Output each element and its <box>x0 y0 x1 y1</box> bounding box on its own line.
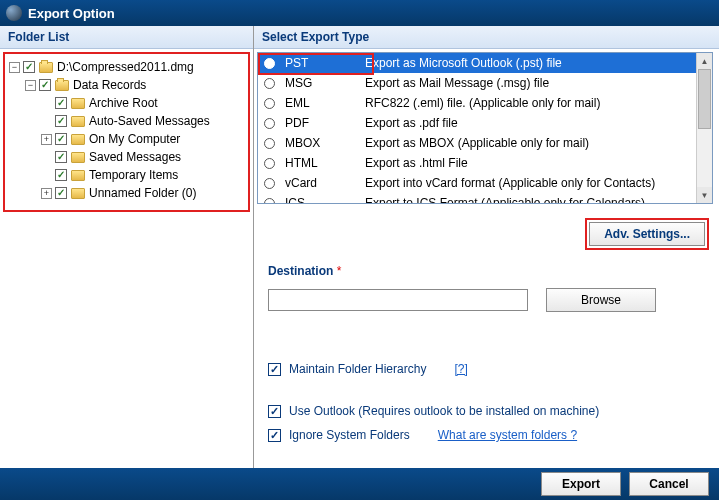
folder-icon <box>71 134 85 145</box>
format-name: ICS <box>285 196 365 203</box>
folder-icon <box>71 170 85 181</box>
checkbox[interactable] <box>23 61 35 73</box>
format-name: PDF <box>285 116 365 130</box>
format-row-ics[interactable]: ICSExport to ICS Format (Applicable only… <box>258 193 696 203</box>
system-folders-help-link[interactable]: What are system folders ? <box>438 428 577 442</box>
tree-node-data-records[interactable]: Data Records <box>73 76 146 94</box>
format-desc: Export as MBOX (Applicable only for mail… <box>365 136 690 150</box>
tree-item[interactable]: Temporary Items <box>89 166 178 184</box>
format-row-mbox[interactable]: MBOXExport as MBOX (Applicable only for … <box>258 133 696 153</box>
checkbox[interactable] <box>55 169 67 181</box>
expand-icon[interactable]: − <box>25 80 36 91</box>
expand-icon <box>41 152 52 163</box>
expand-icon <box>41 116 52 127</box>
tree-item[interactable]: Unnamed Folder (0) <box>89 184 196 202</box>
folder-icon <box>71 188 85 199</box>
checkbox[interactable] <box>55 133 67 145</box>
format-desc: Export as Mail Message (.msg) file <box>365 76 690 90</box>
folder-list-header: Folder List <box>0 26 253 49</box>
export-type-pane: Select Export Type PSTExport as Microsof… <box>254 26 719 468</box>
destination-label: Destination <box>268 264 333 278</box>
tree-item[interactable]: On My Computer <box>89 130 180 148</box>
folder-open-icon <box>55 80 69 91</box>
format-row-html[interactable]: HTMLExport as .html File <box>258 153 696 173</box>
radio-icon[interactable] <box>264 158 275 169</box>
scrollbar[interactable]: ▲ ▼ <box>696 53 712 203</box>
app-icon <box>6 5 22 21</box>
ignore-system-folders-label: Ignore System Folders <box>289 428 410 442</box>
checkbox[interactable] <box>55 151 67 163</box>
tree-item[interactable]: Saved Messages <box>89 148 181 166</box>
cancel-button[interactable]: Cancel <box>629 472 709 496</box>
folder-list-pane: Folder List − D:\Compressed2011.dmg − <box>0 26 254 468</box>
checkbox[interactable] <box>55 97 67 109</box>
format-desc: Export as .html File <box>365 156 690 170</box>
folder-icon <box>71 116 85 127</box>
format-name: vCard <box>285 176 365 190</box>
radio-icon[interactable] <box>264 198 275 204</box>
maintain-hierarchy-label: Maintain Folder Hierarchy <box>289 362 426 376</box>
required-asterisk: * <box>337 264 342 278</box>
format-row-pdf[interactable]: PDFExport as .pdf file <box>258 113 696 133</box>
folder-icon <box>71 98 85 109</box>
radio-icon[interactable] <box>264 178 275 189</box>
radio-icon[interactable] <box>264 78 275 89</box>
radio-icon[interactable] <box>264 138 275 149</box>
maintain-hierarchy-checkbox[interactable] <box>268 363 281 376</box>
export-format-list[interactable]: PSTExport as Microsoft Outlook (.pst) fi… <box>257 52 713 204</box>
tree-item[interactable]: Archive Root <box>89 94 158 112</box>
tree-item[interactable]: Auto-Saved Messages <box>89 112 210 130</box>
format-name: EML <box>285 96 365 110</box>
format-desc: Export as Microsoft Outlook (.pst) file <box>365 56 690 70</box>
checkbox[interactable] <box>55 115 67 127</box>
scroll-down-icon[interactable]: ▼ <box>697 187 712 203</box>
format-row-eml[interactable]: EMLRFC822 (.eml) file. (Applicable only … <box>258 93 696 113</box>
format-desc: RFC822 (.eml) file. (Applicable only for… <box>365 96 690 110</box>
expand-icon <box>41 98 52 109</box>
destination-input[interactable] <box>268 289 528 311</box>
format-desc: Export as .pdf file <box>365 116 690 130</box>
window-title: Export Option <box>28 6 115 21</box>
scroll-up-icon[interactable]: ▲ <box>697 53 712 69</box>
export-type-header: Select Export Type <box>254 26 719 49</box>
radio-icon[interactable] <box>264 58 275 69</box>
format-name: MBOX <box>285 136 365 150</box>
dialog-footer: Export Cancel <box>0 468 719 500</box>
titlebar: Export Option <box>0 0 719 26</box>
expand-icon[interactable]: + <box>41 134 52 145</box>
format-desc: Export into vCard format (Applicable onl… <box>365 176 690 190</box>
folder-tree[interactable]: − D:\Compressed2011.dmg − Data Records A… <box>7 58 246 202</box>
format-name: PST <box>285 56 365 70</box>
expand-icon[interactable]: − <box>9 62 20 73</box>
tree-root[interactable]: D:\Compressed2011.dmg <box>57 58 194 76</box>
ignore-system-folders-checkbox[interactable] <box>268 429 281 442</box>
expand-icon[interactable]: + <box>41 188 52 199</box>
format-row-pst[interactable]: PSTExport as Microsoft Outlook (.pst) fi… <box>258 53 696 73</box>
folder-icon <box>71 152 85 163</box>
scrollbar-thumb[interactable] <box>698 69 711 129</box>
expand-icon <box>41 170 52 181</box>
browse-button[interactable]: Browse <box>546 288 656 312</box>
radio-icon[interactable] <box>264 98 275 109</box>
use-outlook-label: Use Outlook (Requires outlook to be inst… <box>289 404 599 418</box>
adv-settings-button[interactable]: Adv. Settings... <box>589 222 705 246</box>
use-outlook-checkbox[interactable] <box>268 405 281 418</box>
format-row-vcard[interactable]: vCardExport into vCard format (Applicabl… <box>258 173 696 193</box>
folder-open-icon <box>39 62 53 73</box>
format-row-msg[interactable]: MSGExport as Mail Message (.msg) file <box>258 73 696 93</box>
checkbox[interactable] <box>55 187 67 199</box>
maintain-hierarchy-help-link[interactable]: [?] <box>454 362 467 376</box>
export-button[interactable]: Export <box>541 472 621 496</box>
format-desc: Export to ICS Format (Applicable only fo… <box>365 196 690 203</box>
format-name: HTML <box>285 156 365 170</box>
format-name: MSG <box>285 76 365 90</box>
radio-icon[interactable] <box>264 118 275 129</box>
checkbox[interactable] <box>39 79 51 91</box>
